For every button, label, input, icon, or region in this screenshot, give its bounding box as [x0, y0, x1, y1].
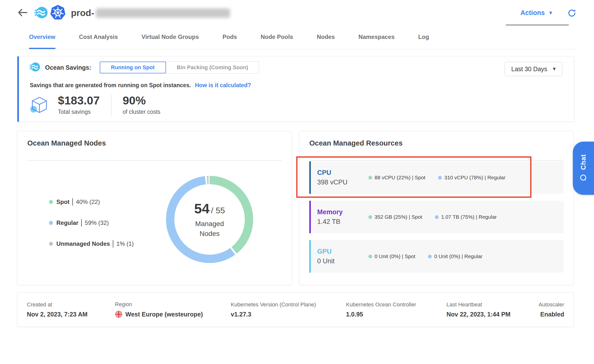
cluster-cost-pct-value: 90% — [123, 93, 160, 108]
chat-bubble-icon — [579, 174, 588, 182]
total-savings-stat: $183.07 Total savings — [58, 93, 100, 115]
cpu-regular-text: 310 vCPU (78%) | Regular — [444, 175, 505, 181]
page-title: prod- — [71, 8, 230, 18]
memory-regular-text: 1.07 TB (75%) | Regular — [441, 214, 497, 220]
cpu-spot-text: 88 vCPU (22%) | Spot — [375, 175, 425, 181]
tab-pods[interactable]: Pods — [222, 26, 237, 49]
tab-namespaces[interactable]: Namespaces — [359, 26, 395, 49]
memory-spot-entry: 352 GB (25%) | Spot — [368, 214, 422, 220]
memory-total: 1.42 TB — [317, 218, 368, 226]
unmanaged-dot-icon — [49, 242, 53, 246]
tab-bar: Overview Cost Analysis Virtual Node Grou… — [17, 26, 577, 49]
total-savings-value: $183.07 — [58, 93, 100, 108]
bin-packing-toggle[interactable]: Bin Packing (Coming Soon) — [166, 62, 259, 73]
regular-dot-icon — [428, 255, 432, 258]
savings-description-text: Savings that are generated from running … — [30, 82, 191, 88]
divider — [27, 160, 282, 161]
nodes-legend: Spot 40% (22) Regular 59% (32) Unmanaged… — [49, 198, 134, 248]
horizontal-scrollbar-thumb[interactable] — [506, 24, 569, 26]
ocean-savings-label: Ocean Savings: — [45, 64, 91, 71]
cpu-total: 398 vCPU — [317, 179, 368, 186]
chat-button[interactable]: Chat — [573, 142, 594, 195]
cluster-info-bar: Created at Nov 2, 2023, 7:23 AM Region — [17, 292, 574, 327]
period-dropdown[interactable]: Last 30 Days ▼ — [505, 62, 562, 76]
divider — [309, 160, 564, 161]
donut-center-text: 54 / 55 Managed Nodes — [165, 175, 254, 264]
ocean-managed-nodes-card: Ocean Managed Nodes Spot 40% (22) Regula… — [17, 131, 292, 285]
info-k8s-version: Kubernetes Version (Control Plane) v1.27… — [231, 301, 346, 318]
tab-overview[interactable]: Overview — [29, 26, 55, 49]
refresh-icon — [567, 9, 576, 17]
gpu-label: GPU — [317, 248, 368, 255]
info-value: Nov 22, 2023, 1:44 PM — [446, 311, 538, 318]
legend-value: 40% (22) — [76, 199, 100, 205]
legend-item-unmanaged: Unmanaged Nodes 1% (1) — [49, 240, 134, 248]
kubernetes-logo-icon — [50, 5, 66, 21]
savings-header-row: Ocean Savings: Running on Spot Bin Packi… — [29, 61, 259, 74]
ocean-cluster-overview-page: prod- Actions ▼ Overview Cost Analysis V… — [0, 0, 594, 364]
memory-regular-entry: 1.07 TB (75%) | Regular — [435, 214, 497, 220]
info-value: v1.27.3 — [231, 311, 346, 318]
legend-separator — [81, 219, 82, 227]
tab-cost-analysis[interactable]: Cost Analysis — [79, 26, 118, 49]
cpu-regular-entry: 310 vCPU (78%) | Regular — [438, 175, 505, 181]
donut-label-line1: Managed — [195, 219, 224, 229]
gpu-regular-entry: 0 Unit (0%) | Regular — [428, 253, 482, 259]
resource-rows: CPU 398 vCPU 88 vCPU (22%) | Spot 310 vC… — [309, 161, 564, 273]
memory-spot-text: 352 GB (25%) | Spot — [375, 214, 422, 220]
legend-item-regular: Regular 59% (32) — [49, 219, 134, 227]
chat-label: Chat — [580, 154, 587, 170]
info-last-heartbeat: Last Heartbeat Nov 22, 2023, 1:44 PM — [446, 301, 538, 318]
tab-virtual-node-groups[interactable]: Virtual Node Groups — [142, 26, 199, 49]
spot-dot-icon — [368, 255, 372, 258]
header: prod- Actions ▼ — [0, 0, 594, 26]
donut-label-line2: Nodes — [195, 229, 224, 239]
info-region: Region West Europe (westeurope) — [115, 301, 231, 318]
ocean-savings-icon — [29, 61, 40, 74]
legend-separator — [72, 198, 73, 206]
tab-node-pools[interactable]: Node Pools — [261, 26, 293, 49]
info-value: 1.0.95 — [346, 311, 446, 318]
nodes-card-title: Ocean Managed Nodes — [27, 139, 106, 147]
info-label: Kubernetes Version (Control Plane) — [231, 301, 346, 308]
tab-log[interactable]: Log — [418, 26, 429, 49]
ocean-managed-resources-card: Ocean Managed Resources CPU 398 vCPU 88 … — [299, 131, 574, 285]
back-button[interactable] — [17, 8, 28, 18]
info-value: Enabled — [538, 311, 564, 318]
cluster-name-prefix: prod- — [71, 8, 94, 18]
info-value: West Europe (westeurope) — [125, 311, 203, 318]
gpu-spot-text: 0 Unit (0%) | Spot — [375, 253, 415, 259]
memory-label: Memory — [317, 208, 368, 216]
info-label: Kubernetes Ocean Controller — [346, 301, 446, 308]
running-on-spot-toggle[interactable]: Running on Spot — [100, 62, 166, 73]
stat-divider — [111, 94, 111, 116]
regular-dot-icon — [435, 215, 439, 219]
info-autoscaler: Autoscaler Enabled — [538, 301, 564, 318]
legend-separator — [113, 240, 113, 248]
legend-label: Unmanaged Nodes — [56, 240, 110, 247]
how-is-it-calculated-link[interactable]: How is it calculated? — [195, 82, 251, 88]
ocean-savings-card: Ocean Savings: Running on Spot Bin Packi… — [17, 56, 574, 122]
spot-dot-icon — [368, 215, 372, 219]
info-created-at: Created at Nov 2, 2023, 7:23 AM — [27, 301, 115, 318]
legend-value: 59% (32) — [85, 219, 109, 226]
chevron-down-icon: ▼ — [548, 10, 553, 16]
managed-nodes-total: / 55 — [211, 206, 225, 215]
savings-description: Savings that are generated from running … — [30, 82, 251, 89]
info-value: Nov 2, 2023, 7:23 AM — [27, 311, 115, 318]
resources-card-title: Ocean Managed Resources — [309, 139, 403, 147]
info-label: Autoscaler — [538, 301, 564, 308]
info-label: Last Heartbeat — [446, 301, 538, 308]
header-actions: Actions ▼ — [520, 9, 576, 17]
actions-menu-button[interactable]: Actions ▼ — [520, 9, 553, 17]
resource-row-memory: Memory 1.42 TB 352 GB (25%) | Spot 1.07 … — [309, 201, 564, 233]
chevron-down-icon: ▼ — [552, 66, 557, 72]
managed-nodes-donut-chart: 54 / 55 Managed Nodes — [165, 175, 254, 264]
refresh-button[interactable] — [567, 9, 576, 17]
actions-label: Actions — [520, 9, 545, 17]
uk-flag-icon — [115, 311, 122, 318]
cluster-cost-stat: 90% of cluster costs — [123, 93, 160, 115]
info-label: Region — [115, 301, 231, 308]
period-dropdown-value: Last 30 Days — [511, 66, 547, 73]
tab-nodes[interactable]: Nodes — [317, 26, 335, 49]
